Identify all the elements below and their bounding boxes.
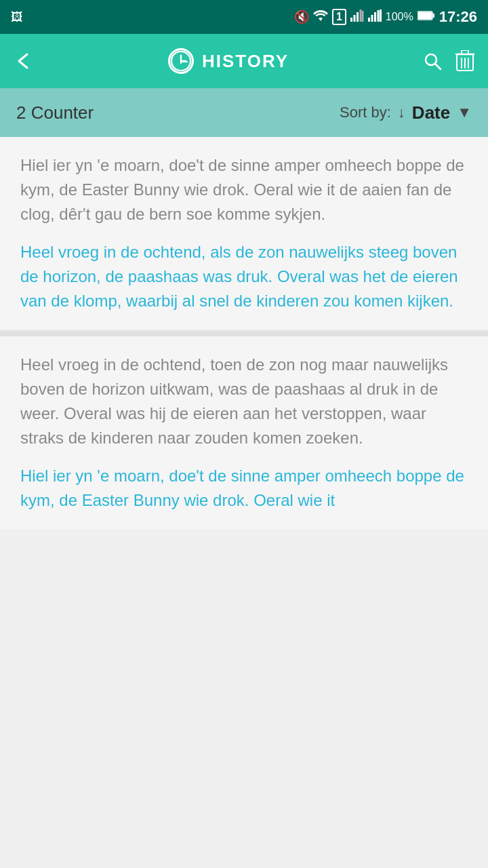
svg-rect-5 (368, 18, 370, 22)
svg-rect-20 (462, 50, 468, 54)
signal2-icon (368, 9, 382, 25)
battery-icon (418, 10, 435, 24)
sort-section[interactable]: Sort by: ↓ Date ▼ (340, 102, 472, 123)
svg-line-17 (435, 64, 441, 69)
entry-card-2: Heel vroeg in de ochtend, toen de zon no… (0, 336, 488, 529)
clock-icon (168, 48, 194, 74)
back-button[interactable] (14, 51, 34, 71)
entry-1-blue-text: Heel vroeg in de ochtend, als de zon nau… (20, 240, 468, 313)
sub-header: 2 Counter Sort by: ↓ Date ▼ (0, 88, 488, 137)
wifi-icon (313, 9, 328, 25)
search-button[interactable] (423, 52, 442, 71)
battery-label: 100% (386, 11, 413, 23)
svg-rect-11 (418, 12, 432, 19)
toolbar: HISTORY (0, 34, 488, 88)
toolbar-actions (423, 50, 474, 72)
dropdown-arrow-icon[interactable]: ▼ (457, 104, 472, 121)
svg-rect-6 (371, 15, 373, 22)
sort-by-label: Sort by: (340, 104, 391, 121)
svg-point-13 (171, 52, 190, 71)
counter-label: 2 Counter (16, 102, 340, 123)
status-time: 17:26 (439, 8, 477, 26)
svg-rect-12 (432, 14, 434, 18)
toolbar-title-section: HISTORY (45, 48, 412, 74)
svg-rect-8 (377, 10, 379, 22)
entry-1-gray-text: Hiel ier yn 'e moarn, doe't de sinne amp… (20, 153, 468, 226)
svg-rect-0 (350, 18, 352, 22)
signal-icon (350, 9, 364, 25)
card-divider-1 (0, 331, 488, 336)
svg-rect-4 (361, 11, 363, 22)
entry-2-blue-text: Hiel ier yn 'e moarn, doe't de sinne amp… (20, 464, 468, 513)
svg-rect-1 (353, 15, 355, 22)
svg-rect-9 (380, 9, 382, 22)
image-icon: 🖼 (11, 10, 23, 24)
sim-icon: 1 (332, 9, 346, 25)
sort-direction-icon: ↓ (398, 104, 405, 121)
toolbar-title: HISTORY (202, 51, 289, 72)
sort-value: Date (412, 102, 450, 123)
status-left-icons: 🖼 (11, 10, 289, 24)
mute-icon: 🔇 (294, 9, 309, 24)
svg-rect-7 (374, 12, 376, 22)
svg-rect-3 (359, 9, 361, 22)
delete-button[interactable] (455, 50, 474, 72)
content-area: Hiel ier yn 'e moarn, doe't de sinne amp… (0, 137, 488, 529)
entry-card-1: Hiel ier yn 'e moarn, doe't de sinne amp… (0, 137, 488, 330)
entry-2-gray-text: Heel vroeg in de ochtend, toen de zon no… (20, 353, 468, 450)
svg-rect-2 (357, 12, 359, 22)
status-right-icons: 🔇 1 (294, 8, 477, 26)
status-bar: 🖼 🔇 1 (0, 0, 488, 34)
